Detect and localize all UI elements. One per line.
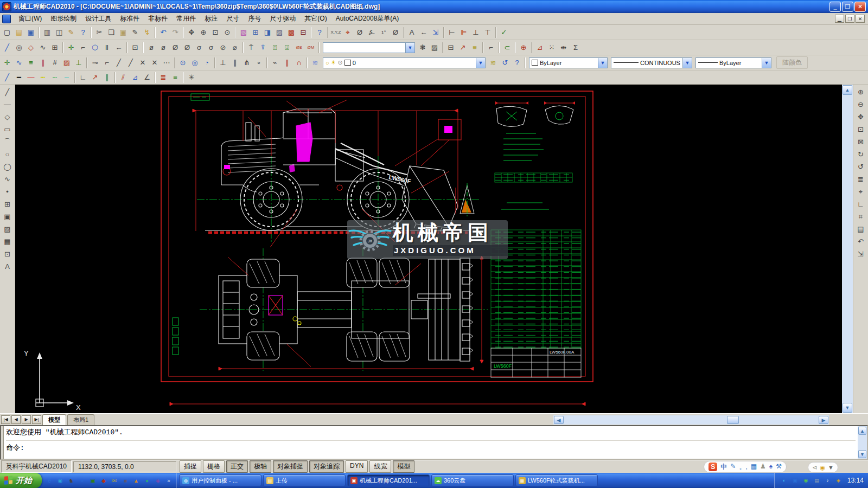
link-node-icon[interactable]: ⊸ — [89, 57, 101, 69]
rp-layers-icon[interactable]: ≣ — [854, 173, 867, 185]
ql-app6-icon[interactable]: ▲ — [132, 476, 141, 485]
menu-nonstandard-parts[interactable]: 非标件 — [144, 13, 172, 24]
text-dim-icon[interactable]: A — [406, 27, 418, 38]
node-step-icon[interactable]: ⌐ — [101, 57, 113, 69]
format-painter-icon[interactable]: ✎ — [129, 27, 141, 38]
elec-line-icon[interactable]: ⌁ — [269, 57, 281, 69]
ql-chevron-icon[interactable]: » — [164, 476, 173, 485]
red-parallel-icon[interactable]: ∥ — [281, 57, 293, 69]
print-icon[interactable]: ▥ — [41, 27, 53, 38]
tray-icon-4[interactable]: ▤ — [813, 477, 821, 485]
pal-polygon-icon[interactable]: ◇ — [1, 111, 14, 123]
clip-circle-icon[interactable]: ⊂ — [501, 42, 513, 54]
menu-draw[interactable]: 图形绘制 — [46, 13, 81, 24]
pal-line-icon[interactable]: ╱ — [1, 86, 14, 98]
diameter-dim-icon[interactable]: Ø — [354, 27, 366, 38]
tolerance1-icon[interactable]: σ — [193, 42, 205, 54]
task-360cloud[interactable]: ☁360云盘 — [431, 474, 514, 486]
dim-vertical-icon[interactable]: ⊤ — [482, 27, 494, 38]
red-slashes-icon[interactable]: ⫽ — [117, 72, 129, 84]
menu-serial[interactable]: 序号 — [244, 13, 265, 24]
layer-state-icon[interactable]: ↺ — [499, 57, 511, 69]
print-preview-icon[interactable]: ◫ — [53, 27, 65, 38]
tray-icon-3[interactable]: ◉ — [802, 477, 810, 485]
center-mark-icon[interactable]: ✛ — [1, 57, 13, 69]
green-double-icon[interactable]: ≡ — [169, 72, 181, 84]
ql-app7-icon[interactable]: ● — [143, 476, 151, 485]
grid-dots-icon[interactable]: ⁙ — [546, 42, 558, 54]
pal-point-icon[interactable]: • — [1, 185, 14, 198]
spacing-icon[interactable]: ⇹ — [558, 42, 570, 54]
pal-image-icon[interactable]: ▣ — [1, 210, 14, 223]
double-line-icon[interactable]: Ⅱ — [101, 42, 113, 54]
linear-dia-dim-icon[interactable]: Ø — [390, 27, 401, 38]
sogou-extra-bar[interactable]: ⊲◉▼ — [808, 462, 838, 473]
scroll-up-button[interactable]: ▲ — [843, 85, 852, 95]
leader-icon[interactable]: ← — [418, 27, 430, 38]
mdi-minimize-button[interactable]: ▁ — [835, 15, 844, 23]
vertical-scrollbar[interactable]: ▲ ▼ — [842, 85, 853, 413]
toggle-model[interactable]: 模型 — [393, 460, 414, 473]
tab-first-button[interactable]: |◀ — [1, 415, 10, 424]
layer-prev-icon[interactable]: ≋ — [487, 57, 499, 69]
toggle-grid[interactable]: 栅格 — [203, 460, 225, 473]
toggle-ortho[interactable]: 正交 — [226, 460, 248, 473]
ql-app8-icon[interactable]: ◈ — [154, 476, 162, 485]
sogou-logo[interactable]: S — [709, 463, 717, 471]
fit-dim1-icon[interactable]: ⍑ — [245, 42, 257, 54]
start-button[interactable]: 开始 — [0, 473, 42, 488]
dia-fit1-icon[interactable]: ø — [145, 42, 157, 54]
open-file-icon[interactable]: ▤ — [13, 27, 25, 38]
menu-design-tools[interactable]: 设计工具 — [81, 13, 116, 24]
edit-icon[interactable]: ✎ — [65, 27, 77, 38]
stack-icon[interactable]: ≡ — [469, 42, 481, 54]
pal-spline-icon[interactable]: ∿ — [1, 173, 14, 185]
angle-dim-icon[interactable]: 1° — [378, 27, 390, 38]
command-prompt[interactable]: 命令: — [6, 443, 856, 453]
rp-props-icon[interactable]: ▤ — [854, 223, 867, 235]
arc-red-icon[interactable]: ∩ — [293, 57, 305, 69]
combo-dropdown-arrow[interactable]: ▼ — [598, 58, 607, 68]
save-icon[interactable]: ▣ — [25, 27, 37, 38]
toggle-osnap[interactable]: 对象捕捉 — [273, 460, 308, 473]
pal-circle-icon[interactable]: ○ — [1, 148, 14, 160]
minimize-button[interactable]: _ — [829, 2, 841, 12]
zoom-realtime-icon[interactable]: ⊕ — [197, 27, 209, 38]
color-combo[interactable]: ByLayer▼ — [529, 57, 608, 68]
rp-regen-icon[interactable]: ↻ — [854, 148, 867, 160]
dots-line-icon[interactable]: ⋯ — [161, 57, 173, 69]
dim-continue-icon[interactable]: ⊥ — [470, 27, 482, 38]
zoom-window-icon[interactable]: ⊡ — [209, 27, 221, 38]
block-icon[interactable]: ⊞ — [49, 42, 61, 54]
dia8-dim-icon[interactable]: Ø8 — [293, 42, 305, 54]
layer-help-icon[interactable]: ? — [511, 57, 523, 69]
line-icon[interactable]: ╱ — [1, 42, 13, 54]
arrow-icon[interactable]: ← — [113, 42, 125, 54]
pal-text-icon[interactable]: A — [1, 260, 14, 273]
sogou-lang-toggle[interactable]: 中 — [720, 463, 727, 472]
hscroll-thumb[interactable] — [727, 416, 739, 424]
fork-icon[interactable]: ⋔ — [241, 57, 253, 69]
tray-speaker-icon[interactable]: ♪ — [824, 477, 832, 485]
circle-icon[interactable]: ◎ — [13, 42, 25, 54]
scroll-left-button[interactable]: ◀ — [554, 416, 564, 424]
region-icon[interactable]: ⊡ — [129, 42, 141, 54]
sogou-tools-icon[interactable]: ⚒ — [776, 463, 782, 472]
style-combo[interactable]: ▼ — [323, 42, 415, 53]
tab-model[interactable]: 模型 — [42, 414, 66, 426]
cross1-icon[interactable]: ✕ — [137, 57, 149, 69]
table-icon[interactable]: ⊞ — [250, 27, 261, 38]
hexagon-icon[interactable]: ⬡ — [89, 42, 101, 54]
point-icon[interactable]: ✛ — [65, 42, 77, 54]
fit-dim4-icon[interactable]: ⍗ — [281, 42, 293, 54]
pal-table-icon[interactable]: ▦ — [1, 235, 14, 248]
sogou-skin-icon[interactable]: ♠ — [769, 463, 773, 472]
ql-ie-icon[interactable]: e — [45, 476, 54, 485]
zoom-previous-icon[interactable]: ⊙ — [221, 27, 233, 38]
fit-dim3-icon[interactable]: ⍐ — [269, 42, 281, 54]
pal-region-icon[interactable]: ⊡ — [1, 248, 14, 260]
leader2-icon[interactable]: ↗ — [457, 42, 469, 54]
ql-browser-icon[interactable]: ◉ — [56, 476, 65, 485]
command-scrollbar[interactable]: ▲ ▼ — [858, 426, 867, 459]
help-doc-icon[interactable]: ? — [77, 27, 89, 38]
